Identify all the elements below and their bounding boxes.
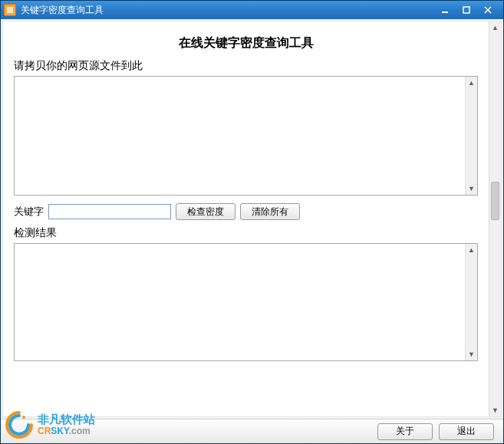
- scroll-track[interactable]: [466, 256, 477, 348]
- keyword-input[interactable]: [48, 204, 171, 219]
- client-area: 在线关键字密度查询工具 请拷贝你的网页源文件到此 ▲ ▼ 关键字 检查密度 清除…: [1, 19, 503, 443]
- scroll-down-icon[interactable]: ▼: [466, 183, 477, 195]
- scroll-down-icon[interactable]: ▼: [489, 404, 501, 416]
- scroll-up-icon[interactable]: ▲: [466, 77, 477, 89]
- titlebar[interactable]: 关键字密度查询工具: [1, 1, 503, 19]
- window-controls: [437, 4, 500, 16]
- svg-rect-2: [463, 7, 469, 13]
- exit-button[interactable]: 退出: [439, 423, 494, 440]
- page-heading: 在线关键字密度查询工具: [14, 35, 478, 51]
- source-textarea-box: ▲ ▼: [14, 76, 478, 196]
- minimize-button[interactable]: [437, 4, 453, 16]
- scroll-down-icon[interactable]: ▼: [466, 348, 477, 360]
- svg-rect-1: [442, 12, 448, 13]
- app-window: 关键字密度查询工具 在线关键字密度查询工具 请拷贝你的网页源文件到此 ▲: [0, 0, 504, 444]
- result-textarea-box: ▲ ▼: [14, 243, 478, 361]
- scroll-track[interactable]: [466, 89, 477, 183]
- app-icon: [4, 4, 16, 16]
- close-button[interactable]: [480, 4, 496, 16]
- footer-bar: 关于 退出: [1, 419, 503, 443]
- result-textarea[interactable]: [16, 245, 463, 359]
- clear-all-button[interactable]: 清除所有: [240, 203, 300, 220]
- result-label: 检测结果: [14, 226, 478, 240]
- main-scrollbar[interactable]: ▲ ▼: [489, 21, 501, 416]
- svg-rect-0: [7, 7, 13, 13]
- keyword-label: 关键字: [14, 205, 44, 219]
- window-title: 关键字密度查询工具: [21, 4, 437, 17]
- source-scrollbar[interactable]: ▲ ▼: [465, 77, 477, 195]
- check-density-button[interactable]: 检查密度: [176, 203, 236, 220]
- main-panel: 在线关键字密度查询工具 请拷贝你的网页源文件到此 ▲ ▼ 关键字 检查密度 清除…: [2, 21, 502, 417]
- scroll-up-icon[interactable]: ▲: [466, 244, 477, 256]
- source-label: 请拷贝你的网页源文件到此: [14, 59, 478, 73]
- maximize-button[interactable]: [459, 4, 474, 16]
- about-button[interactable]: 关于: [377, 423, 433, 440]
- scroll-up-icon[interactable]: ▲: [489, 21, 501, 34]
- scroll-thumb[interactable]: [491, 182, 499, 220]
- content: 在线关键字密度查询工具 请拷贝你的网页源文件到此 ▲ ▼ 关键字 检查密度 清除…: [3, 21, 489, 416]
- scroll-track[interactable]: [489, 34, 501, 404]
- keyword-row: 关键字 检查密度 清除所有: [14, 203, 478, 220]
- result-scrollbar[interactable]: ▲ ▼: [465, 244, 477, 360]
- source-textarea[interactable]: [16, 78, 463, 193]
